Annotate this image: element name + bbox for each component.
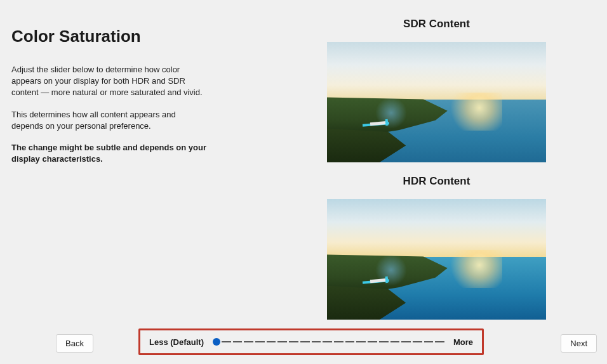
description-paragraph-2: This determines how all content appears …	[11, 109, 208, 132]
sdr-content-label: SDR Content	[327, 18, 546, 30]
sdr-preview-image	[327, 42, 546, 162]
preview-panel: SDR Content HDR Content	[327, 18, 546, 332]
bottom-bar: Back Less (Default) More Next	[0, 328, 607, 354]
page-title: Color Saturation	[11, 27, 227, 46]
description-paragraph-3: The change might be subtle and depends o…	[11, 142, 208, 165]
next-button[interactable]: Next	[561, 334, 597, 353]
hdr-content-label: HDR Content	[327, 175, 546, 188]
slider-thumb[interactable]	[213, 338, 220, 346]
description-paragraph-1: Adjust the slider below to determine how…	[11, 64, 208, 99]
saturation-slider-highlight: Less (Default) More	[138, 328, 484, 355]
slider-track	[222, 341, 444, 342]
saturation-slider[interactable]	[213, 336, 444, 348]
hdr-preview-image	[327, 199, 546, 320]
left-panel: Color Saturation Adjust the slider below…	[11, 27, 227, 175]
slider-less-label: Less (Default)	[149, 337, 204, 347]
back-button[interactable]: Back	[56, 334, 93, 353]
slider-more-label: More	[453, 337, 473, 347]
